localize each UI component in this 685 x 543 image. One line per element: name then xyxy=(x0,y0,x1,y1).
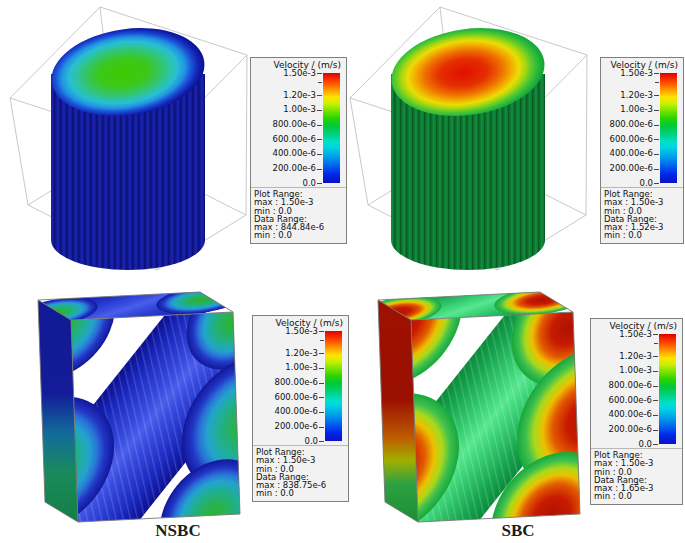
colorbar-gradient xyxy=(660,73,677,183)
tick-label: 600.00e-6 xyxy=(275,393,318,402)
colorbar-scale: 1.50e-3 1.20e-3 1.00e-3 800.00e-6 600.00… xyxy=(601,71,683,187)
caption-nsbc: NSBC xyxy=(118,521,238,541)
tick-mark xyxy=(654,110,659,111)
colorbar-scale: 1.50e-3 1.20e-3 1.00e-3 800.00e-6 600.00… xyxy=(253,329,348,445)
figure-canvas: Velocity / (m/s) 1.50e-3 1.20e-3 1.00e-3… xyxy=(0,0,685,543)
tick-label: 1.50e-3 xyxy=(619,330,652,339)
sbc-cylinder-view xyxy=(340,0,590,280)
tick-mark xyxy=(319,397,324,398)
data-range-min: min : 0.0 xyxy=(254,231,344,239)
cube-front-face xyxy=(340,284,590,524)
tick-mark xyxy=(654,154,659,155)
tick-label: 400.00e-6 xyxy=(273,149,316,158)
tick-mark xyxy=(319,427,324,428)
tick-label: 0.0 xyxy=(304,437,318,446)
tick-mark xyxy=(654,95,659,96)
tick-mark xyxy=(319,441,324,442)
tick-mark xyxy=(653,334,658,335)
tick-mark xyxy=(318,82,322,83)
tick-mark xyxy=(653,356,658,357)
tick-label: 1.00e-3 xyxy=(283,105,316,114)
colorbar-gradient xyxy=(323,73,340,183)
tick-label: 600.00e-6 xyxy=(610,135,653,144)
tick-label: 1.20e-3 xyxy=(620,91,653,100)
tick-mark xyxy=(654,169,659,170)
tick-label: 0.0 xyxy=(638,440,652,449)
colorbar-legend-nsbc-unitcell: Velocity / (m/s) 1.50e-3 1.20e-3 1.00e-3… xyxy=(252,315,349,502)
tick-label: 200.00e-6 xyxy=(275,422,318,431)
data-range-min: min : 0.0 xyxy=(594,492,680,500)
tick-label: 1.20e-3 xyxy=(619,352,652,361)
tick-label: 0.0 xyxy=(302,179,316,188)
tick-mark xyxy=(654,73,659,74)
tick-label: 1.50e-3 xyxy=(285,327,318,336)
nsbc-cylinder-view xyxy=(0,0,250,280)
tick-label: 400.00e-6 xyxy=(610,149,653,158)
colorbar-legend-nsbc-cylinder: Velocity / (m/s) 1.50e-3 1.20e-3 1.00e-3… xyxy=(250,57,347,244)
tick-mark xyxy=(317,154,322,155)
tick-mark xyxy=(319,383,324,384)
tick-mark xyxy=(655,82,659,83)
tick-mark xyxy=(317,110,322,111)
tick-mark xyxy=(317,95,322,96)
tick-mark xyxy=(320,340,324,341)
tick-label: 400.00e-6 xyxy=(609,410,652,419)
cube-front-face xyxy=(0,284,250,524)
tick-label: 800.00e-6 xyxy=(273,120,316,129)
tick-label: 1.50e-3 xyxy=(283,69,316,78)
range-info: Plot Range: max : 1.50e-3 min : 0.0 Data… xyxy=(253,445,348,501)
tick-mark xyxy=(653,386,658,387)
caption-sbc: SBC xyxy=(458,521,578,541)
range-info: Plot Range: max : 1.50e-3 min : 0.0 Data… xyxy=(251,187,346,243)
tick-mark xyxy=(319,368,324,369)
tick-label: 1.20e-3 xyxy=(285,349,318,358)
tick-mark xyxy=(654,139,659,140)
sbc-unitcell-view xyxy=(340,284,590,524)
tick-label: 800.00e-6 xyxy=(610,120,653,129)
tick-label: 1.00e-3 xyxy=(619,366,652,375)
tick-mark xyxy=(653,430,658,431)
tick-label: 1.00e-3 xyxy=(285,363,318,372)
tick-label: 200.00e-6 xyxy=(609,425,652,434)
tick-label: 800.00e-6 xyxy=(275,378,318,387)
tick-mark xyxy=(654,343,658,344)
tick-mark xyxy=(653,415,658,416)
tick-label: 1.20e-3 xyxy=(283,91,316,100)
tick-mark xyxy=(319,412,324,413)
tick-label: 1.00e-3 xyxy=(620,105,653,114)
range-info: Plot Range: max : 1.50e-3 min : 0.0 Data… xyxy=(591,448,682,504)
colorbar-gradient xyxy=(659,334,676,444)
colorbar-legend-sbc-cylinder: Velocity / (m/s) 1.50e-3 1.20e-3 1.00e-3… xyxy=(600,57,684,244)
colorbar-scale: 1.50e-3 1.20e-3 1.00e-3 800.00e-6 600.00… xyxy=(251,71,346,187)
tick-mark xyxy=(317,169,322,170)
tick-mark xyxy=(317,139,322,140)
tick-mark xyxy=(653,371,658,372)
tick-label: 400.00e-6 xyxy=(275,407,318,416)
tick-label: 600.00e-6 xyxy=(609,396,652,405)
tick-mark xyxy=(319,331,324,332)
tick-label: 200.00e-6 xyxy=(610,164,653,173)
tick-label: 200.00e-6 xyxy=(273,164,316,173)
colorbar-legend-sbc-unitcell: Velocity / (m/s) 1.50e-3 1.20e-3 1.00e-3… xyxy=(590,318,683,505)
tick-mark xyxy=(317,125,322,126)
tick-label: 1.50e-3 xyxy=(620,69,653,78)
tick-mark xyxy=(317,73,322,74)
data-range-min: min : 0.0 xyxy=(256,489,346,497)
range-info: Plot Range: max : 1.50e-3 min : 0.0 Data… xyxy=(601,187,683,243)
tick-mark xyxy=(654,125,659,126)
tick-label: 0.0 xyxy=(639,179,653,188)
tick-label: 600.00e-6 xyxy=(273,135,316,144)
tick-mark xyxy=(653,400,658,401)
tick-mark xyxy=(317,183,322,184)
data-range-min: min : 0.0 xyxy=(604,231,681,239)
tick-mark xyxy=(653,444,658,445)
tick-label: 800.00e-6 xyxy=(609,381,652,390)
colorbar-scale: 1.50e-3 1.20e-3 1.00e-3 800.00e-6 600.00… xyxy=(591,332,682,448)
tick-mark xyxy=(654,183,659,184)
nsbc-unitcell-view xyxy=(0,284,250,524)
tick-mark xyxy=(319,353,324,354)
colorbar-gradient xyxy=(325,331,342,441)
